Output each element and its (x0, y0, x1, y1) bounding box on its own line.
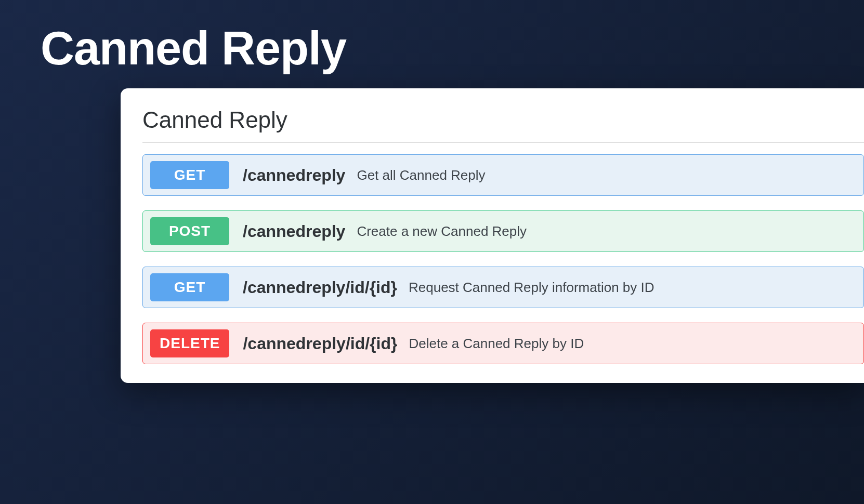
endpoint-description: Create a new Canned Reply (357, 223, 527, 240)
endpoint-row-delete[interactable]: DELETE /cannedreply/id/{id} Delete a Can… (142, 323, 864, 364)
method-badge: GET (150, 273, 229, 301)
endpoint-list: GET /cannedreply Get all Canned Reply PO… (142, 154, 864, 364)
page-title: Canned Reply (41, 22, 346, 75)
endpoint-description: Get all Canned Reply (357, 167, 485, 183)
endpoint-description: Request Canned Reply information by ID (409, 280, 654, 296)
endpoint-row-get-all[interactable]: GET /cannedreply Get all Canned Reply (142, 154, 864, 196)
endpoint-path: /cannedreply/id/{id} (243, 278, 397, 297)
method-badge: POST (150, 217, 229, 245)
method-badge: GET (150, 161, 229, 189)
endpoint-path: /cannedreply (243, 166, 345, 185)
endpoint-row-get-by-id[interactable]: GET /cannedreply/id/{id} Request Canned … (142, 267, 864, 308)
endpoint-row-create[interactable]: POST /cannedreply Create a new Canned Re… (142, 210, 864, 252)
endpoint-description: Delete a Canned Reply by ID (409, 336, 584, 352)
divider (142, 142, 864, 143)
endpoint-path: /cannedreply/id/{id} (243, 334, 397, 353)
api-panel: Canned Reply GET /cannedreply Get all Ca… (121, 88, 864, 383)
endpoint-path: /cannedreply (243, 222, 345, 241)
method-badge: DELETE (150, 329, 229, 357)
section-title: Canned Reply (142, 107, 864, 133)
